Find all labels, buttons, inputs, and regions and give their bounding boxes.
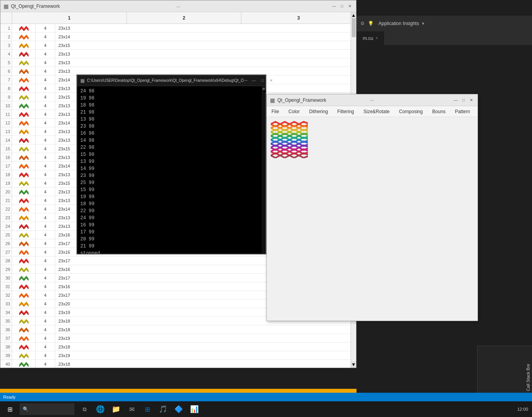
menu-item-composing[interactable]: Composing (397, 108, 424, 115)
cell-row-num: 1 (0, 24, 12, 32)
statusbar-ready: Ready (3, 395, 16, 399)
close-button[interactable]: ✕ (347, 3, 353, 9)
cell-col2: 4 (36, 317, 55, 325)
cell-col1 (12, 360, 36, 368)
cell-col2: 4 (36, 179, 55, 187)
console-line: 20 99 (80, 236, 262, 243)
table-row[interactable]: 39 4 23x19 (0, 351, 356, 360)
orange-strip (0, 389, 356, 393)
application-insights-label[interactable]: Application Insights (378, 21, 419, 26)
tab-rn-cu[interactable]: rn.cu × (356, 31, 385, 45)
cell-col2: 4 (36, 119, 55, 127)
table-row[interactable]: 5 4 23x13 (0, 58, 356, 67)
table-row[interactable]: 1 4 23x13 (0, 24, 356, 32)
qt-viewer-title-left: ▦ Qt_Opengl_Framework (270, 97, 326, 103)
maximize-button[interactable]: □ (339, 3, 345, 9)
console-close-button[interactable]: ✕ (268, 78, 274, 84)
resize-double-arrow: ↔ (176, 4, 181, 10)
table-row[interactable]: 37 4 23x19 (0, 334, 356, 343)
console-line: 17 99 (80, 229, 262, 236)
table-row[interactable]: 4 4 23x13 (0, 50, 356, 58)
console-line: 18 98 (80, 102, 262, 109)
qt-main-titlebar: ▦ Qt_Opengl_Framework ↔ — □ ✕ (0, 0, 356, 12)
scroll-up-button[interactable]: ▲ (351, 12, 356, 18)
cell-col2: 4 (36, 32, 55, 41)
console-minimize-button[interactable]: — (251, 78, 257, 84)
start-button[interactable]: ⊞ (0, 401, 20, 417)
win-store-icon[interactable]: ⊞ (140, 402, 154, 416)
table-row[interactable]: 38 4 23x18 (0, 343, 356, 351)
cell-col2: 4 (36, 67, 55, 75)
taskview-button[interactable]: ⧉ (78, 402, 92, 416)
app-icon-2[interactable]: 📊 (187, 402, 201, 416)
qt-main-icon: ▦ (4, 3, 9, 9)
vs-icon[interactable]: 🔷 (172, 402, 186, 416)
table-row[interactable]: 40 4 23x18 (0, 360, 356, 368)
menu-item-color[interactable]: Color (287, 108, 301, 115)
console-line: stopped (80, 250, 262, 254)
cell-row-num: 6 (0, 67, 12, 75)
qt-menubar: FileColorDitheringFilteringSize&RotateCo… (267, 106, 478, 117)
qt-close-button[interactable]: ✕ (468, 97, 474, 103)
menu-item-dithering[interactable]: Dithering (308, 108, 329, 115)
cell-col1 (12, 265, 36, 273)
header-col2: 2 (127, 12, 242, 23)
cell-col2: 4 (36, 265, 55, 273)
cell-col2: 4 (36, 239, 55, 247)
cell-col2: 4 (36, 144, 55, 153)
scroll-down-button[interactable]: ▼ (351, 361, 356, 368)
menu-item-sizerotate[interactable]: Size&Rotate (362, 108, 391, 115)
cell-row-num: 19 (0, 179, 12, 187)
cell-col2: 4 (36, 300, 55, 308)
qt-minimize-button[interactable]: — (452, 97, 459, 103)
header-col1: 1 (12, 12, 127, 23)
cell-col1 (12, 179, 36, 187)
cell-row-num: 30 (0, 274, 12, 282)
qt-main-window-controls: — □ ✕ (331, 3, 353, 9)
cell-col3: 23x13 (55, 50, 356, 58)
menu-item-filtering[interactable]: Filtering (336, 108, 356, 115)
cell-col1 (12, 76, 36, 84)
console-scrollbar[interactable]: ▲ (262, 86, 266, 254)
spotify-icon[interactable]: 🎵 (156, 402, 170, 416)
cell-col1 (12, 231, 36, 239)
application-insights-dropdown[interactable]: ▾ (422, 21, 424, 26)
mail-icon[interactable]: ✉ (125, 402, 139, 416)
console-line: 15 98 (80, 151, 262, 158)
qt-maximize-button[interactable]: □ (460, 97, 467, 103)
table-row[interactable]: 3 4 23x15 (0, 41, 356, 50)
menu-item-file[interactable]: File (270, 108, 280, 115)
header-row-num (0, 12, 12, 23)
cell-col3: 23x15 (55, 41, 356, 49)
cell-row-num: 12 (0, 119, 12, 127)
menu-item-bouns[interactable]: Bouns (431, 108, 447, 115)
cell-row-num: 8 (0, 84, 12, 92)
cell-col2: 4 (36, 231, 55, 239)
table-row[interactable]: 2 4 23x14 (0, 32, 356, 41)
cell-col2: 4 (36, 136, 55, 144)
console-line: 15 99 (80, 186, 262, 193)
cell-col3: 23x18 (55, 343, 356, 351)
menu-item-pattern[interactable]: Pattern (453, 108, 472, 115)
cell-col2: 4 (36, 256, 55, 265)
cell-col1 (12, 343, 36, 351)
qt-main-title-left: ▦ Qt_Opengl_Framework (4, 3, 60, 9)
edge-icon[interactable]: 🌐 (93, 402, 107, 416)
table-row[interactable]: 36 4 23x18 (0, 325, 356, 334)
cell-col1 (12, 144, 36, 153)
console-line: 22 99 (80, 208, 262, 215)
cell-col2: 4 (36, 93, 55, 101)
search-bar[interactable]: 🔍 (20, 403, 74, 415)
cell-col1 (12, 41, 36, 49)
cell-col3: 23x13 (55, 58, 356, 67)
cell-row-num: 20 (0, 188, 12, 196)
taskbar-app-icons: ⧉ 🌐 📁 ✉ ⊞ 🎵 🔷 📊 (78, 402, 201, 416)
console-maximize-button[interactable]: □ (259, 78, 266, 84)
vs-toolbar: ⚙ 💡 Application Insights ▾ (356, 16, 532, 31)
tab-close-button[interactable]: × (376, 36, 378, 40)
cell-row-num: 32 (0, 291, 12, 299)
cell-col1 (12, 222, 36, 230)
minimize-button[interactable]: — (331, 3, 337, 9)
explorer-icon[interactable]: 📁 (109, 402, 123, 416)
cell-col1 (12, 248, 36, 256)
